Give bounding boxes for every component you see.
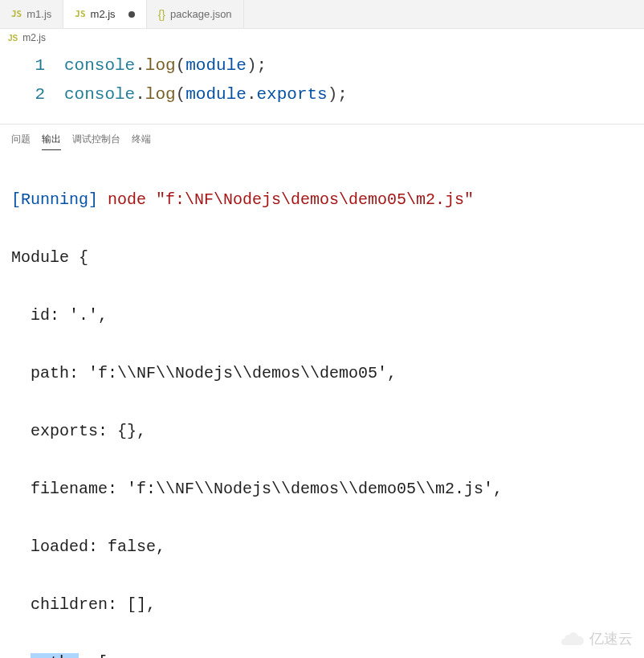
line-number: 2 xyxy=(0,80,64,109)
code-editor[interactable]: 1 console.log(module); 2 console.log(mod… xyxy=(0,47,644,124)
code-content[interactable]: console.log(module); xyxy=(64,51,267,80)
output-line: filename: 'f:\\NF\\Nodejs\\demos\\demo05… xyxy=(11,475,633,504)
dirty-indicator-icon xyxy=(128,11,135,18)
tab-bar: JS m1.js JS m2.js {} package.json xyxy=(0,0,644,29)
js-icon: JS xyxy=(75,9,85,19)
code-content[interactable]: console.log(module.exports); xyxy=(64,80,348,109)
line-number: 1 xyxy=(0,51,64,80)
tab-label: m1.js xyxy=(26,8,51,20)
cloud-icon xyxy=(560,631,585,647)
js-icon: JS xyxy=(8,34,18,43)
tab-m2[interactable]: JS m2.js xyxy=(63,0,146,28)
output-line: [Running] node "f:\NF\Nodejs\demos\demo0… xyxy=(11,186,633,215)
output-line: paths: [ xyxy=(11,648,633,658)
panel-tab-debug-console[interactable]: 调试控制台 xyxy=(72,133,120,150)
output-line: path: 'f:\\NF\\Nodejs\\demos\\demo05', xyxy=(11,359,633,388)
panel-tab-output[interactable]: 输出 xyxy=(42,133,61,150)
panel-tab-terminal[interactable]: 终端 xyxy=(132,133,151,150)
json-icon: {} xyxy=(158,8,165,21)
tab-label: m2.js xyxy=(91,8,116,20)
command-text: node "f:\NF\Nodejs\demos\demo05\m2.js" xyxy=(98,190,474,209)
tab-package-json[interactable]: {} package.json xyxy=(147,0,244,28)
code-line: 1 console.log(module); xyxy=(0,51,644,80)
watermark-text: 亿速云 xyxy=(589,629,633,648)
panel-tabs: 问题 输出 调试控制台 终端 xyxy=(0,125,644,155)
code-line: 2 console.log(module.exports); xyxy=(0,80,644,109)
js-icon: JS xyxy=(11,9,22,19)
output-line: loaded: false, xyxy=(11,533,633,562)
highlighted-text: paths xyxy=(31,653,79,658)
output-line: children: [], xyxy=(11,591,633,619)
output-line: id: '.', xyxy=(11,301,633,330)
breadcrumb[interactable]: JS m2.js xyxy=(0,29,644,47)
breadcrumb-label: m2.js xyxy=(22,32,46,43)
tab-m1[interactable]: JS m1.js xyxy=(0,0,63,28)
watermark: 亿速云 xyxy=(560,629,633,648)
tab-label: package.json xyxy=(170,8,232,20)
output-panel[interactable]: [Running] node "f:\NF\Nodejs\demos\demo0… xyxy=(0,155,644,658)
output-line: Module { xyxy=(11,243,633,272)
panel-tab-problems[interactable]: 问题 xyxy=(11,133,31,150)
running-label: [Running] xyxy=(11,190,98,209)
output-line: exports: {}, xyxy=(11,417,633,446)
